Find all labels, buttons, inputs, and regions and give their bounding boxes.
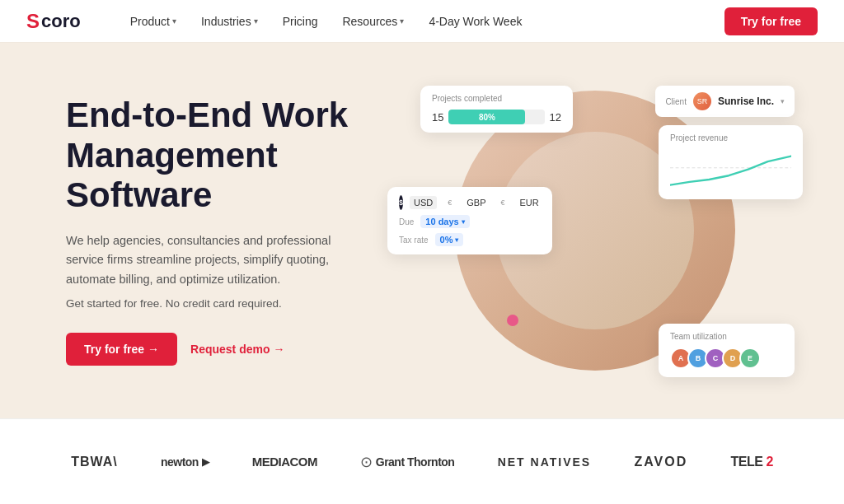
progress-fill: 80% bbox=[448, 110, 525, 124]
logo-dot: S bbox=[26, 10, 40, 33]
due-row: Due 10 days ▾ bbox=[399, 215, 541, 228]
due-value[interactable]: 10 days ▾ bbox=[420, 215, 469, 228]
nav-links: Product ▾ Industries ▾ Pricing Resources… bbox=[120, 10, 724, 33]
hero-left: End-to-End Work Management Software We h… bbox=[66, 96, 412, 365]
currency-eur[interactable]: EUR bbox=[516, 196, 543, 209]
client-label: Client bbox=[665, 97, 687, 106]
currency-row: $ USD € GBP € EUR bbox=[399, 195, 541, 210]
logo-tele2: TELE2 bbox=[731, 455, 773, 469]
chevron-down-icon: ▾ bbox=[400, 16, 404, 26]
team-avatars: A B C D E bbox=[670, 348, 783, 369]
currency-card: $ USD € GBP € EUR Due 10 days ▾ Tax rate… bbox=[387, 187, 552, 254]
navbar: S coro Product ▾ Industries ▾ Pricing Re… bbox=[0, 0, 844, 43]
try-free-button[interactable]: Try for free → bbox=[66, 333, 177, 366]
team-label: Team utilization bbox=[670, 332, 783, 341]
chevron-down-icon: ▾ bbox=[455, 236, 458, 244]
nav-product[interactable]: Product ▾ bbox=[120, 10, 186, 33]
currency-gbp[interactable]: GBP bbox=[462, 196, 490, 209]
chevron-down-icon: ▾ bbox=[254, 16, 258, 26]
logo-tbwa: TBWA\ bbox=[71, 455, 118, 469]
projects-num-left: 15 bbox=[432, 111, 443, 124]
tax-row: Tax rate 0% ▾ bbox=[399, 233, 541, 246]
request-demo-button[interactable]: Request demo → bbox=[190, 343, 284, 356]
chevron-down-icon: ▾ bbox=[781, 97, 785, 105]
logo-newton: newton ▶ bbox=[161, 455, 209, 469]
logos-strip: TBWA\ newton ▶ MEDIACOM ⊙ Grant Thornton… bbox=[0, 418, 844, 504]
progress-bar: 80% bbox=[448, 110, 544, 124]
hero-title: End-to-End Work Management Software bbox=[66, 96, 412, 215]
projects-label: Projects completed bbox=[432, 94, 561, 103]
chevron-down-icon: ▾ bbox=[462, 218, 465, 226]
hero-note: Get started for free. No credit card req… bbox=[66, 297, 412, 310]
projects-row: 15 80% 12 bbox=[432, 110, 561, 124]
revenue-label: Project revenue bbox=[670, 133, 791, 142]
logo[interactable]: S coro bbox=[26, 10, 81, 33]
team-avatar-5: E bbox=[739, 348, 761, 369]
logo-zavod: ZAVOD bbox=[634, 455, 687, 469]
logo-text: coro bbox=[41, 11, 81, 32]
hero-right: Projects completed 15 80% 12 Client SR S… bbox=[412, 43, 778, 418]
client-avatar: SR bbox=[693, 92, 711, 110]
hero-subtitle: We help agencies, consultancies and prof… bbox=[66, 231, 346, 289]
chevron-down-icon: ▾ bbox=[172, 16, 176, 26]
revenue-chart bbox=[670, 149, 791, 194]
projects-card: Projects completed 15 80% 12 bbox=[420, 86, 573, 133]
nav-pricing[interactable]: Pricing bbox=[273, 10, 328, 33]
logo-mediacom: MEDIACOM bbox=[252, 455, 317, 469]
currency-usd[interactable]: USD bbox=[410, 196, 437, 209]
client-name: Sunrise Inc. bbox=[718, 96, 774, 107]
logo-grant: ⊙ Grant Thornton bbox=[360, 453, 454, 471]
projects-num-right: 12 bbox=[550, 111, 561, 124]
hero-section: End-to-End Work Management Software We h… bbox=[0, 43, 844, 418]
client-card: Client SR Sunrise Inc. ▾ bbox=[655, 86, 795, 117]
hero-buttons: Try for free → Request demo → bbox=[66, 333, 412, 366]
nav-industries[interactable]: Industries ▾ bbox=[191, 10, 268, 33]
hero-pink-dot bbox=[507, 315, 518, 326]
nav-try-free-button[interactable]: Try for free bbox=[724, 7, 818, 35]
logo-net-natives: NET NATIVES bbox=[498, 455, 592, 469]
revenue-card: Project revenue bbox=[659, 125, 803, 199]
team-card: Team utilization A B C D E bbox=[659, 324, 795, 377]
nav-4day[interactable]: 4-Day Work Week bbox=[419, 10, 532, 33]
tax-value[interactable]: 0% ▾ bbox=[435, 233, 464, 246]
nav-resources[interactable]: Resources ▾ bbox=[332, 10, 414, 33]
